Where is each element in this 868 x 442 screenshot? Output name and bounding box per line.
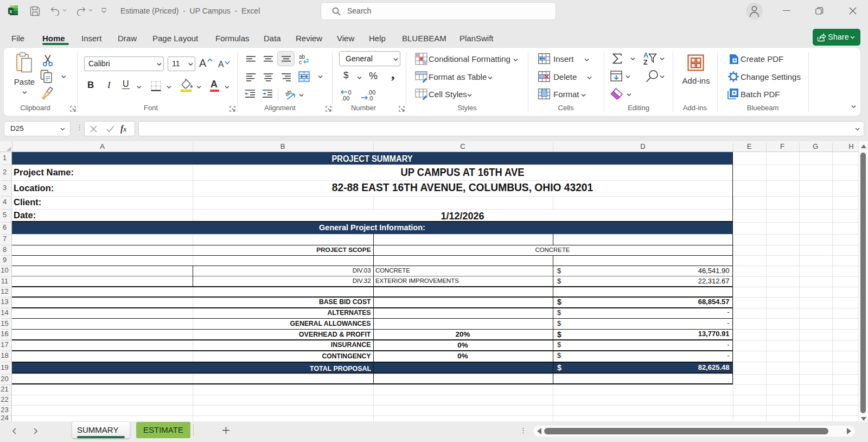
svg-text:A: A <box>643 52 648 59</box>
svg-text:Z: Z <box>643 59 648 66</box>
svg-text:.0: .0 <box>368 95 373 102</box>
svg-text:c: c <box>299 59 302 65</box>
svg-text:.00: .00 <box>341 95 349 102</box>
